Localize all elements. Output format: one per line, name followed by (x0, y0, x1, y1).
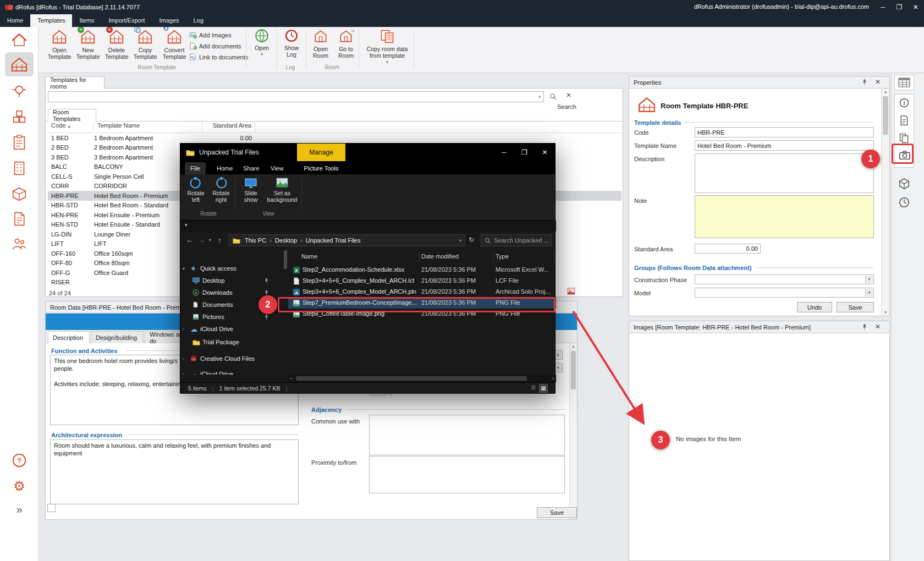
minimize-icon[interactable]: ─ (494, 144, 514, 161)
rotate-left-button[interactable]: Rotate left (184, 177, 208, 203)
column-divider[interactable] (419, 251, 420, 262)
sidebar-item-documents[interactable] (10, 210, 29, 228)
tab-items[interactable]: Items (72, 14, 101, 27)
explorer-tab-file[interactable]: File (185, 162, 206, 174)
scroll-up-icon[interactable]: ▴ (882, 90, 889, 94)
www-open-button[interactable]: Open ▾ (249, 29, 274, 58)
tab-images[interactable]: Images (152, 14, 186, 27)
template-name-field[interactable]: Hotel Bed Room - Premium (695, 140, 874, 151)
tab-home[interactable]: Home (0, 14, 30, 27)
back-icon[interactable]: ← (186, 236, 193, 244)
delete-template-button[interactable]: ✕ Delete Template (103, 29, 130, 60)
chevron-down-icon[interactable]: ▾ (459, 238, 461, 243)
history-clock-icon[interactable] (898, 196, 910, 208)
scrollbar-thumb[interactable] (883, 96, 888, 135)
selection-box-icon[interactable] (47, 504, 56, 512)
recent-locations-icon[interactable]: ▾ (209, 238, 211, 243)
model-3d-icon[interactable] (898, 178, 910, 190)
pin-icon[interactable] (862, 323, 867, 331)
slide-show-button[interactable]: Slide show (238, 177, 264, 203)
chevron-right-icon[interactable]: › (183, 356, 190, 361)
tab-description[interactable]: Description (48, 331, 90, 344)
scroll-up-icon[interactable]: ▴ (570, 344, 577, 349)
proximity-textarea[interactable] (369, 456, 565, 493)
tab-templates-for-rooms[interactable]: Templates for rooms (45, 76, 105, 89)
chevron-down-icon[interactable]: ▾ (538, 95, 541, 99)
tab-log[interactable]: Log (186, 14, 211, 27)
chevron-right-icon[interactable]: › (183, 371, 190, 375)
breadcrumb[interactable]: Unpacked Trial Files (306, 237, 361, 244)
column-type[interactable]: Type (496, 253, 509, 260)
collapse-ribbon-icon[interactable]: ▴ (914, 29, 916, 34)
architectural-expression-textarea[interactable]: Room should have a luxurious, calm and r… (50, 439, 299, 504)
details-view-icon[interactable]: ≣ (529, 384, 538, 393)
settings-gear-icon[interactable]: ⚙ (10, 477, 29, 496)
show-log-button[interactable]: Show Log (279, 29, 304, 58)
file-row[interactable]: Step3+4+5+6_Complex_Model_ARCH.lcf21/08/… (288, 276, 556, 287)
scroll-down-icon[interactable]: ▾ (882, 310, 889, 315)
explorer-tab-home[interactable]: Home (211, 162, 238, 174)
nav-icloud-drive-2[interactable]: ›☁iCloud Drive (183, 368, 282, 375)
model-dropdown[interactable]: ▾ (695, 288, 874, 298)
qat-customize-icon[interactable]: ▾ (185, 222, 188, 228)
room-data-save-button[interactable]: Save (537, 507, 577, 518)
copy-template-button[interactable]: Copy Template (131, 29, 159, 60)
file-row[interactable]: A Step3+4+5+6_Complex_Model_ARCH.pln21/0… (288, 287, 556, 298)
nav-scrollbar-thumb[interactable] (284, 250, 287, 269)
sidebar-item-checklist[interactable] (10, 133, 29, 152)
add-images-button[interactable]: Add Images (189, 30, 232, 40)
sidebar-item-package[interactable] (10, 185, 29, 204)
open-template-button[interactable]: Open Template (46, 29, 73, 60)
nav-quick-access[interactable]: ▾★Quick access (183, 262, 282, 274)
address-box[interactable]: This PC › Desktop › Unpacked Trial Files… (229, 234, 465, 246)
nav-icloud-drive[interactable]: ›☁iCloud Drive (183, 323, 282, 335)
common-use-textarea[interactable] (369, 415, 565, 455)
column-divider[interactable] (493, 251, 493, 262)
explorer-tab-share[interactable]: Share (238, 162, 265, 174)
convert-template-button[interactable]: ↻ Convert Template (160, 29, 189, 60)
template-search-input[interactable]: ▾ (48, 91, 544, 102)
add-documents-button[interactable]: Add documents (189, 41, 241, 51)
minimize-icon[interactable]: ─ (875, 0, 891, 14)
nav-trial-package[interactable]: Trial Package (183, 336, 282, 348)
new-template-button[interactable]: + New Template (74, 29, 102, 60)
sidebar-item-building[interactable] (10, 159, 29, 178)
explorer-tab-picture-tools[interactable]: Picture Tools (297, 162, 345, 174)
go-to-room-button[interactable]: → Go to Room (334, 29, 358, 59)
standard-area-field[interactable]: 0.00 (695, 244, 761, 254)
column-divider[interactable] (554, 251, 555, 262)
tab-design-building[interactable]: Design/building (91, 331, 144, 343)
explorer-search-box[interactable]: Search Unpacked ... (481, 234, 552, 246)
properties-scrollbar[interactable]: ▴ ▾ (881, 89, 889, 316)
code-field[interactable]: HBR-PRE (695, 127, 874, 138)
column-standard-area[interactable]: Standard Area (202, 122, 255, 133)
description-field[interactable] (695, 153, 874, 193)
chevron-down-icon[interactable]: ▾ (865, 289, 873, 296)
chevron-right-icon[interactable]: › (183, 326, 190, 332)
pin-icon[interactable] (862, 79, 867, 86)
table-row[interactable]: 1 BED1 Bedroom Apartment0.00 (48, 133, 622, 143)
scroll-left-icon[interactable]: ◂ (290, 376, 292, 381)
column-name[interactable]: Name (301, 253, 317, 260)
horizontal-scrollbar[interactable]: ◂ ▸ (288, 375, 556, 382)
scrollbar-thumb[interactable] (296, 376, 527, 381)
properties-save-button[interactable]: Save (837, 302, 874, 312)
breadcrumb[interactable]: Desktop (275, 237, 297, 244)
breadcrumb[interactable]: This PC (245, 237, 266, 244)
nav-desktop[interactable]: Desktop (183, 274, 282, 287)
open-room-button[interactable]: Open Room (309, 29, 333, 59)
tab-templates[interactable]: Templates (30, 14, 72, 27)
nav-creative-cloud[interactable]: ›CcCreative Cloud Files (183, 353, 282, 365)
column-date-modified[interactable]: Date modified (421, 253, 459, 260)
sidebar-item-contacts[interactable] (10, 235, 29, 254)
column-code[interactable]: Code ▲ (48, 122, 94, 133)
rotate-right-button[interactable]: Rotate right (209, 177, 233, 203)
note-field[interactable] (695, 195, 874, 238)
manage-contextual-header[interactable]: Manage (297, 144, 345, 161)
scrollbar-thumb[interactable] (571, 351, 576, 389)
sidebar-item-items[interactable] (10, 107, 29, 126)
sidebar-item-systems[interactable] (10, 81, 29, 100)
set-as-background-button[interactable]: Set as background (265, 177, 299, 203)
expand-sidebar-icon[interactable]: » (10, 500, 29, 519)
link-to-documents-button[interactable]: Link to documents (189, 52, 248, 62)
